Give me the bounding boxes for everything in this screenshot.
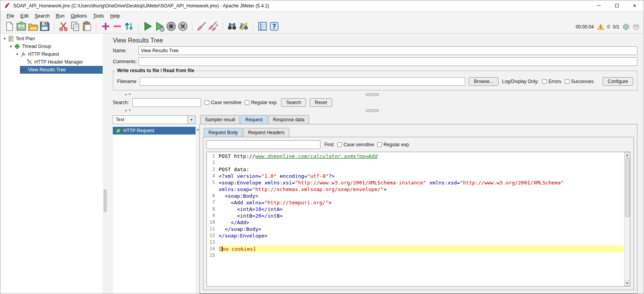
- thread-count: 0/1: [613, 24, 619, 30]
- find-input[interactable]: [206, 140, 320, 149]
- browse-button[interactable]: Browse...: [469, 77, 498, 86]
- splitter-bottom[interactable]: ▲▼: [107, 108, 637, 113]
- line-number: 3: [207, 166, 219, 173]
- results-area: Text ▼ HTTP Request ◄ Sampler resultRequ…: [107, 113, 637, 294]
- function-helper-button[interactable]: [257, 21, 268, 32]
- tree-node-test-plan[interactable]: ▼Test Plan: [0, 35, 103, 43]
- clear-all-button[interactable]: [208, 21, 219, 32]
- warning-icon[interactable]: [597, 23, 604, 30]
- tab-request-headers[interactable]: Request Headers: [243, 128, 289, 137]
- expand-all-button[interactable]: [100, 21, 111, 32]
- menu-search[interactable]: Search: [32, 12, 53, 20]
- stop-button[interactable]: [166, 21, 176, 32]
- combo-arrow-icon[interactable]: ▼: [187, 116, 195, 124]
- tab-request[interactable]: Request: [240, 115, 267, 124]
- splitter-collapse-icons[interactable]: ▲▼: [125, 93, 131, 96]
- tab-sampler-result[interactable]: Sampler result: [200, 115, 240, 124]
- title-bar: SOAP_API_Homework.jmx (C:\Users\thung\On…: [0, 0, 644, 11]
- expander-icon[interactable]: ▼: [2, 37, 7, 41]
- name-input[interactable]: [139, 46, 637, 55]
- successes-checkbox[interactable]: [565, 79, 569, 84]
- new-button[interactable]: [4, 21, 15, 32]
- templates-icon: [16, 21, 27, 33]
- arrow-down-icon[interactable]: ▼: [128, 109, 131, 112]
- view-mode-select[interactable]: Text ▼: [113, 115, 196, 124]
- search-reset-button[interactable]: [238, 21, 249, 32]
- start-button[interactable]: [142, 21, 153, 32]
- filename-label: Filename: [117, 79, 136, 84]
- find-case-checkbox[interactable]: [337, 142, 342, 147]
- shutdown-icon: [178, 21, 188, 33]
- menu-run[interactable]: Run: [53, 12, 68, 20]
- request-tabs: Request BodyRequest Headers: [203, 128, 634, 137]
- open-button[interactable]: [28, 21, 38, 32]
- menu-file[interactable]: File: [4, 12, 17, 20]
- close-button[interactable]: ×: [626, 0, 644, 11]
- line-number: 13: [207, 239, 219, 246]
- comments-input[interactable]: [139, 57, 637, 66]
- clear-button[interactable]: [196, 21, 207, 32]
- code-line-content: POST http://www.dneonline.com/calculator…: [219, 153, 624, 159]
- test-plan-icon: [8, 35, 14, 42]
- find-button[interactable]: Find: [324, 142, 334, 147]
- scrollbar-thumb[interactable]: [625, 158, 630, 217]
- collapse-all-button[interactable]: [112, 21, 123, 32]
- help-button[interactable]: ?: [269, 21, 279, 32]
- new-icon: [4, 21, 15, 33]
- arrow-up-icon[interactable]: ▲: [125, 93, 127, 96]
- search-case-checkbox[interactable]: [205, 100, 209, 105]
- name-row: Name:: [107, 45, 637, 56]
- tree-node-thread-group[interactable]: ▼Thread Group: [0, 43, 103, 50]
- search-button[interactable]: Search: [281, 98, 306, 107]
- splitter-collapse-icons[interactable]: ▲▼: [125, 109, 131, 112]
- search-regex-checkbox[interactable]: [245, 100, 249, 105]
- templates-button[interactable]: [16, 21, 27, 32]
- configure-button[interactable]: Configure: [603, 77, 633, 86]
- search-button[interactable]: [227, 21, 237, 32]
- cut-button[interactable]: [58, 21, 69, 32]
- reset-button[interactable]: Reset: [310, 98, 332, 107]
- filename-input[interactable]: [140, 77, 465, 86]
- save-button[interactable]: [39, 21, 50, 32]
- collapse-left-icon[interactable]: ◄: [196, 128, 199, 131]
- shutdown-button[interactable]: [178, 21, 188, 32]
- code-scrollbar[interactable]: ▲ ▼: [624, 152, 630, 286]
- expander-icon[interactable]: ▼: [8, 45, 14, 48]
- toolbar-separator: [54, 23, 54, 31]
- result-item-http-request[interactable]: HTTP Request: [113, 127, 196, 135]
- splitter-grip[interactable]: [366, 109, 379, 112]
- start-no-pauses-button[interactable]: [154, 21, 165, 32]
- tree-node-view-results-tree[interactable]: View Results Tree: [0, 66, 103, 74]
- paste-button[interactable]: [82, 21, 92, 32]
- menu-help[interactable]: Help: [107, 12, 123, 20]
- tree-node-http-request[interactable]: ▼HTTP Request: [0, 50, 103, 58]
- minimize-button[interactable]: [590, 0, 608, 11]
- maximize-button[interactable]: [608, 0, 626, 11]
- splitter-grip[interactable]: [366, 93, 379, 96]
- search-input[interactable]: [132, 98, 201, 107]
- splitter-grip[interactable]: [104, 190, 107, 212]
- tree-node-http-header-manager[interactable]: HTTP Header Manager: [0, 58, 103, 66]
- menu-options[interactable]: Options: [68, 12, 90, 20]
- scroll-down-button[interactable]: ▼: [624, 280, 630, 286]
- scroll-up-button[interactable]: ▲: [624, 152, 630, 158]
- find-regex-checkbox[interactable]: [377, 142, 382, 147]
- errors-checkbox[interactable]: [542, 79, 547, 84]
- request-body-editor[interactable]: 1POST http://www.dneonline.com/calculato…: [206, 152, 630, 287]
- results-splitter[interactable]: ◄: [196, 115, 199, 294]
- arrow-down-icon[interactable]: ▼: [128, 93, 131, 96]
- test-plan-tree: ▼Test Plan▼Thread Group▼HTTP RequestHTTP…: [0, 34, 103, 294]
- tab-request-body[interactable]: Request Body: [204, 128, 242, 137]
- copy-button[interactable]: [70, 21, 80, 32]
- main-splitter[interactable]: [103, 34, 107, 294]
- menu-tools[interactable]: Tools: [90, 12, 107, 20]
- expander-icon[interactable]: ▼: [14, 53, 20, 56]
- splitter-top[interactable]: ▲▼: [107, 92, 637, 97]
- menu-edit[interactable]: Edit: [17, 12, 32, 20]
- clear-all-icon: [208, 21, 219, 33]
- tab-response-data[interactable]: Response data: [268, 115, 309, 124]
- arrow-up-icon[interactable]: ▲: [125, 109, 127, 112]
- clear-icon: [196, 21, 207, 33]
- search-label: Search:: [113, 100, 129, 105]
- toggle-button[interactable]: [124, 21, 134, 32]
